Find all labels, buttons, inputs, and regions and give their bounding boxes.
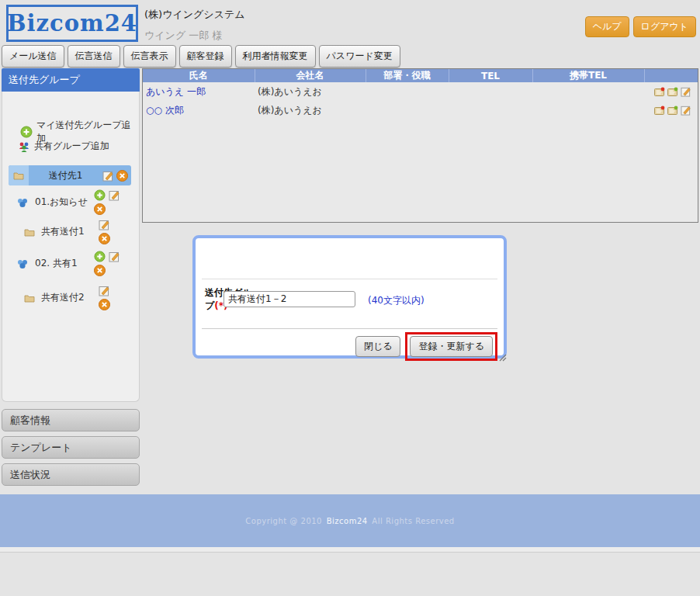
- sidebar-group-kyoyu1[interactable]: 02. 共有1: [2, 257, 140, 270]
- table-row: あいうえ 一郎 (株)あいうえお: [143, 82, 698, 101]
- edit-icon[interactable]: [681, 86, 691, 97]
- row-actions: [647, 86, 695, 97]
- accordion-template[interactable]: テンプレート: [2, 436, 140, 459]
- people-group-icon: [16, 196, 29, 209]
- header-company: 会社名: [255, 69, 366, 82]
- add-shared-group-link[interactable]: 共有グループ追加: [18, 140, 109, 153]
- member-list-panel: 氏名 会社名 部署・役職 TEL 携帯TEL あいうえ 一郎 (株)あいうえお: [142, 68, 698, 223]
- close-button[interactable]: 閉じる: [355, 336, 401, 357]
- add-shared-group-label: 共有グループ追加: [34, 140, 109, 153]
- highlight-annotation: 登録・更新する: [405, 332, 497, 361]
- app-window: Bizcom24 (株)ウイングシステム ウイング 一郎 様 ヘルプ ログアウト…: [0, 0, 700, 596]
- logo: Bizcom24: [6, 5, 138, 42]
- sidebar-group-label: 01.お知らせ: [35, 196, 88, 209]
- contact-card-green-icon[interactable]: [667, 105, 678, 116]
- sidebar-title: 送付先グループ: [2, 68, 140, 92]
- char-limit-note: (40文字以内): [368, 294, 425, 307]
- company-name: (株)ウイングシステム: [144, 8, 245, 22]
- delete-x-icon[interactable]: [94, 265, 106, 276]
- sidebar-group-label: 共有送付2: [41, 291, 85, 304]
- header: Bizcom24 (株)ウイングシステム ウイング 一郎 様 ヘルプ ログアウト…: [0, 0, 700, 68]
- row-actions: [647, 105, 695, 116]
- footer-copyright: Copyright @ 2010 Bizcom24 All Rights Res…: [245, 517, 454, 525]
- header-actions: [644, 69, 698, 82]
- sidebar-group-oshirase[interactable]: 01.お知らせ: [2, 196, 140, 209]
- header-dept: 部署・役職: [366, 69, 449, 82]
- sidebar-group-kyoyu-soufu2[interactable]: 共有送付2: [2, 291, 140, 304]
- member-table: 氏名 会社名 部署・役職 TEL 携帯TEL あいうえ 一郎 (株)あいうえお: [143, 69, 698, 120]
- header-tel: TEL: [449, 69, 532, 82]
- edit-icon[interactable]: [102, 170, 114, 182]
- dialog-buttons: 閉じる 登録・更新する: [355, 332, 497, 361]
- folder-icon: [9, 165, 29, 185]
- contact-card-red-icon[interactable]: [654, 105, 665, 116]
- edit-icon[interactable]: [109, 189, 120, 201]
- green-plus-icon[interactable]: [94, 189, 106, 201]
- member-dept: [366, 82, 449, 101]
- edit-icon[interactable]: [99, 219, 110, 230]
- delete-x-icon[interactable]: [99, 299, 110, 310]
- sidebar-panel: マイ送付先グループ追加 共有グループ追加 送付先1: [2, 92, 140, 402]
- dialog-divider-top: [202, 279, 497, 279]
- member-mobile: [532, 82, 644, 101]
- group-name-input[interactable]: [224, 291, 355, 307]
- contact-card-green-icon[interactable]: [667, 86, 678, 97]
- resize-handle-icon[interactable]: [497, 352, 507, 362]
- edit-icon[interactable]: [681, 105, 691, 116]
- footer-copyright-text: Copyright @ 2010: [245, 517, 322, 525]
- sidebar-group-label: 送付先1: [29, 169, 102, 182]
- sidebar-group-label: 共有送付1: [41, 225, 85, 238]
- shared-group-icon: [18, 140, 30, 153]
- logo-text: Bizcom24: [7, 10, 137, 36]
- toolbar-customer-register-button[interactable]: 顧客登録: [179, 45, 232, 68]
- member-dept: [366, 101, 449, 120]
- member-tel: [449, 82, 532, 101]
- member-mobile: [532, 101, 644, 120]
- footer-brand: Bizcom24: [325, 517, 369, 525]
- accordion-customer-info[interactable]: 顧客情報: [2, 409, 140, 431]
- edit-icon[interactable]: [99, 285, 110, 296]
- member-company: (株)あいうえお: [255, 101, 366, 120]
- member-company: (株)あいうえお: [255, 82, 366, 101]
- folder-icon: [24, 293, 35, 303]
- logout-button[interactable]: ログアウト: [633, 16, 696, 37]
- header-actions: ヘルプ ログアウト: [585, 16, 696, 37]
- contact-card-red-icon[interactable]: [654, 86, 665, 97]
- toolbar-password-change-button[interactable]: パスワード変更: [319, 45, 400, 68]
- sidebar-group-label: 02. 共有1: [35, 257, 78, 270]
- toolbar: メール送信 伝言送信 伝言表示 顧客登録 利用者情報変更 パスワード変更: [2, 45, 400, 68]
- green-plus-icon[interactable]: [94, 251, 106, 262]
- sidebar-group-soufusaki1-selected[interactable]: 送付先1: [9, 165, 131, 185]
- delete-x-icon[interactable]: [99, 233, 110, 244]
- dialog-divider-bottom: [202, 328, 497, 329]
- toolbar-mail-send-button[interactable]: メール送信: [2, 45, 64, 68]
- table-header-row: 氏名 会社名 部署・役職 TEL 携帯TEL: [143, 69, 698, 82]
- edit-icon[interactable]: [109, 251, 120, 262]
- folder-icon: [24, 227, 35, 237]
- user-name: ウイング 一郎 様: [144, 29, 222, 43]
- delete-x-icon[interactable]: [94, 203, 106, 215]
- member-tel: [449, 101, 532, 120]
- footer-rights-text: All Rights Reserved: [372, 517, 454, 525]
- footer-strip: [0, 547, 700, 553]
- help-button[interactable]: ヘルプ: [585, 16, 629, 37]
- people-group-icon: [16, 258, 29, 270]
- header-name: 氏名: [143, 69, 255, 82]
- footer: Copyright @ 2010 Bizcom24 All Rights Res…: [0, 494, 700, 547]
- toolbar-user-info-change-button[interactable]: 利用者情報変更: [235, 45, 316, 68]
- member-name-link[interactable]: あいうえ 一郎: [146, 86, 206, 97]
- delete-x-icon[interactable]: [116, 170, 128, 182]
- member-name-link[interactable]: ○○ 次郎: [146, 105, 184, 116]
- toolbar-message-send-button[interactable]: 伝言送信: [68, 45, 120, 68]
- group-edit-dialog: 送付先グループ(*) (40文字以内) 閉じる 登録・更新する: [192, 235, 507, 359]
- table-row: ○○ 次郎 (株)あいうえお: [143, 101, 698, 120]
- sidebar-group-kyoyu-soufu1[interactable]: 共有送付1: [2, 225, 140, 238]
- toolbar-message-view-button[interactable]: 伝言表示: [123, 45, 176, 68]
- accordion-send-status[interactable]: 送信状況: [2, 463, 140, 486]
- register-update-button[interactable]: 登録・更新する: [410, 336, 493, 357]
- header-mobile: 携帯TEL: [532, 69, 644, 82]
- group-actions: [102, 170, 131, 182]
- green-plus-icon: [20, 126, 33, 138]
